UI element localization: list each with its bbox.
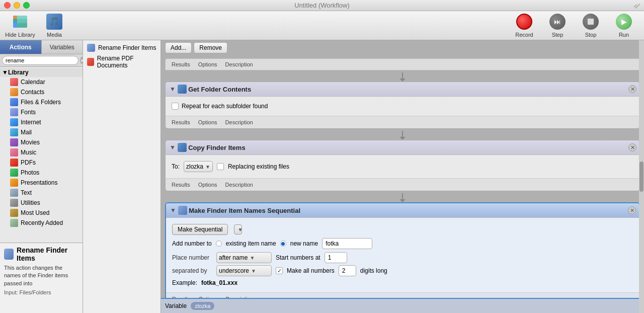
make-all-numbers-label: Make all numbers bbox=[287, 267, 335, 274]
existing-item-radio[interactable] bbox=[216, 241, 222, 247]
copy-tab-results[interactable]: Results bbox=[172, 181, 190, 189]
make-sequential-button[interactable]: Make Sequential bbox=[172, 224, 228, 235]
copy-finder-collapse[interactable]: ▼ bbox=[170, 144, 176, 151]
tab-options-top[interactable]: Options bbox=[198, 60, 217, 68]
start-numbers-input[interactable] bbox=[325, 252, 347, 263]
internet-icon bbox=[10, 118, 18, 126]
make-sequential-title: Make Finder Item Names Sequential bbox=[189, 207, 300, 214]
add-number-label: Add number to bbox=[172, 240, 212, 247]
scrollbar-thumb[interactable] bbox=[639, 162, 643, 192]
replacing-checkbox[interactable] bbox=[217, 163, 224, 170]
sidebar-item-files[interactable]: Files & Folders bbox=[0, 97, 83, 107]
sidebar-item-photos[interactable]: Photos bbox=[0, 168, 83, 178]
copy-tab-options[interactable]: Options bbox=[198, 181, 217, 189]
step-label: Step bbox=[552, 32, 564, 38]
get-folder-close[interactable]: ✕ bbox=[628, 85, 636, 93]
tab-results-top[interactable]: Results bbox=[172, 60, 190, 68]
remove-button[interactable]: Remove bbox=[194, 42, 227, 53]
make-all-numbers-checkbox[interactable]: ✓ bbox=[276, 267, 283, 274]
destination-select[interactable]: zlozka ▼ bbox=[184, 161, 213, 172]
digits-input[interactable] bbox=[339, 265, 356, 276]
sidebar-item-mail[interactable]: Mail bbox=[0, 127, 83, 137]
subfolder-row: Repeat for each subfolder found bbox=[172, 103, 633, 110]
svg-marker-9 bbox=[399, 79, 406, 82]
copy-finder-close[interactable]: ✕ bbox=[628, 143, 636, 151]
window-title: Untitled (Workflow) bbox=[294, 2, 350, 9]
minimize-button[interactable] bbox=[14, 2, 20, 9]
library-header[interactable]: ▼ Library bbox=[0, 68, 83, 77]
make-sequential-body: Make Sequential ▼ Add number to existing… bbox=[166, 218, 639, 292]
result-rename-pdf[interactable]: Rename PDF Documents bbox=[83, 53, 160, 70]
sidebar-item-label: Recently Added bbox=[21, 219, 63, 226]
add-button[interactable]: Add... bbox=[165, 42, 192, 53]
make-sequential-collapse[interactable]: ▼ bbox=[170, 207, 176, 214]
scrollbar-track[interactable] bbox=[639, 40, 644, 313]
result-label: Rename PDF Documents bbox=[97, 55, 156, 69]
sidebar-item-label: Internet bbox=[21, 119, 41, 126]
sidebar-item-label: Files & Folders bbox=[21, 99, 61, 106]
sidebar-item-music[interactable]: Music bbox=[0, 147, 83, 158]
sidebar-item-text[interactable]: Text bbox=[0, 188, 83, 198]
sidebar-item-contacts[interactable]: Contacts bbox=[0, 87, 83, 97]
pdfs-icon bbox=[10, 159, 18, 167]
sidebar-item-calendar[interactable]: Calendar bbox=[0, 77, 83, 87]
sidebar-item-presentations[interactable]: Presentations bbox=[0, 178, 83, 188]
run-button[interactable]: ▶ Run bbox=[608, 13, 640, 39]
tab-bar: Actions Variables bbox=[0, 40, 83, 54]
library-arrow: ▼ bbox=[2, 69, 8, 76]
sidebar-item-fonts[interactable]: Fonts bbox=[0, 107, 83, 117]
variable-tag[interactable]: zlozka bbox=[191, 302, 214, 310]
sidebar-item-pdfs[interactable]: PDFs bbox=[0, 158, 83, 168]
new-name-input[interactable] bbox=[322, 238, 372, 249]
sidebar-item-label: Photos bbox=[21, 169, 39, 176]
record-icon bbox=[516, 14, 532, 30]
search-input[interactable] bbox=[2, 56, 78, 65]
close-button[interactable] bbox=[4, 2, 11, 9]
sidebar-item-internet[interactable]: Internet bbox=[0, 117, 83, 127]
separated-by-select[interactable]: underscore ▼ bbox=[216, 265, 272, 276]
mail-icon bbox=[10, 128, 18, 136]
info-description: This action changes the names of the Fin… bbox=[4, 264, 78, 287]
example-label: Example: bbox=[172, 279, 197, 286]
music-icon bbox=[10, 148, 18, 156]
sidebar-item-utilities[interactable]: Utilities bbox=[0, 198, 83, 208]
run-icon: ▶ bbox=[616, 14, 632, 30]
new-name-radio[interactable] bbox=[280, 241, 286, 247]
hide-library-icon bbox=[12, 14, 28, 30]
get-folder-tab-results[interactable]: Results bbox=[172, 118, 190, 126]
svg-rect-7 bbox=[13, 23, 17, 28]
copy-to-label: To: bbox=[172, 163, 180, 170]
stop-button[interactable]: Stop bbox=[575, 13, 607, 39]
svg-marker-11 bbox=[399, 137, 406, 140]
make-seq-mode-select[interactable]: ▼ bbox=[234, 224, 242, 234]
subfolder-checkbox[interactable] bbox=[172, 103, 179, 110]
copy-tab-desc[interactable]: Description bbox=[225, 181, 253, 189]
result-rename-finder[interactable]: Rename Finder Items bbox=[83, 42, 160, 53]
top-action-tabs: Results Options Description bbox=[161, 58, 644, 72]
maximize-button[interactable] bbox=[23, 2, 30, 9]
copy-finder-tabs: Results Options Description bbox=[166, 178, 639, 191]
tab-description-top[interactable]: Description bbox=[225, 60, 253, 68]
hide-library-button[interactable]: Hide Library bbox=[4, 13, 36, 39]
get-folder-collapse[interactable]: ▼ bbox=[170, 86, 176, 93]
svg-rect-0 bbox=[635, 4, 640, 9]
make-sequential-close[interactable]: ✕ bbox=[628, 206, 636, 214]
step-button[interactable]: ⏭ Step bbox=[541, 13, 574, 39]
tab-variables[interactable]: Variables bbox=[42, 40, 83, 54]
presentations-icon bbox=[10, 179, 18, 187]
seq-mode-arrow: ▼ bbox=[237, 227, 243, 232]
info-panel: Rename Finder Items This action changes … bbox=[0, 243, 83, 313]
tab-actions[interactable]: Actions bbox=[0, 40, 42, 54]
place-number-select[interactable]: after name ▼ bbox=[216, 252, 272, 263]
connector-2 bbox=[165, 193, 640, 202]
media-button[interactable]: 🎵 Media bbox=[38, 13, 70, 39]
record-button[interactable]: Record bbox=[508, 13, 540, 39]
example-value: fotka_01.xxx bbox=[201, 279, 237, 286]
digits-label: digits long bbox=[360, 267, 387, 274]
get-folder-tab-options[interactable]: Options bbox=[198, 118, 217, 126]
sidebar-item-movies[interactable]: Movies bbox=[0, 137, 83, 147]
sidebar-item-recently[interactable]: Recently Added bbox=[0, 218, 83, 228]
sidebar-item-label: Presentations bbox=[21, 179, 57, 186]
sidebar-item-most-used[interactable]: Most Used bbox=[0, 208, 83, 218]
get-folder-tab-desc[interactable]: Description bbox=[225, 118, 253, 126]
